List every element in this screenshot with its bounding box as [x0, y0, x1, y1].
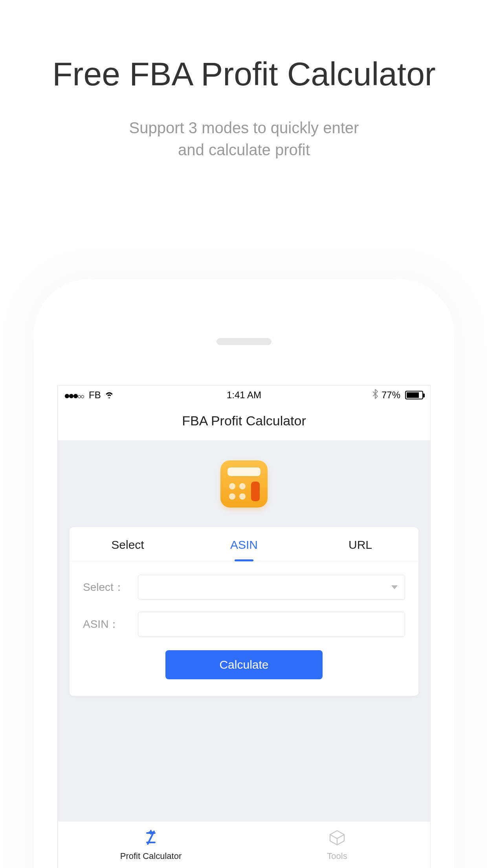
bottom-tab-bar: Profit Calculator Tools — [58, 821, 430, 868]
app-screen: FB 1:41 AM 77% FBA Profit Calculator — [57, 385, 431, 868]
status-time: 1:41 AM — [183, 390, 305, 401]
select-row: Select： — [83, 575, 405, 600]
hero-subtitle: Support 3 modes to quickly enter and cal… — [0, 117, 488, 161]
hero-subtitle-line1: Support 3 modes to quickly enter — [0, 117, 488, 139]
bluetooth-icon — [372, 389, 378, 401]
calculator-form: Select： ASIN： Calculate — [70, 561, 418, 696]
asin-row: ASIN： — [83, 612, 405, 637]
tools-icon — [328, 829, 346, 849]
hero-subtitle-line2: and calculate profit — [0, 139, 488, 161]
asin-label: ASIN： — [83, 617, 138, 632]
calculator-card: Select ASIN URL Select： ASIN： — [70, 527, 418, 696]
tab-asin[interactable]: ASIN — [186, 527, 302, 561]
phone-speaker — [216, 338, 272, 345]
battery-icon — [404, 391, 423, 399]
tab-tools-label: Tools — [327, 851, 347, 861]
calculate-button[interactable]: Calculate — [165, 650, 323, 679]
asin-input[interactable] — [145, 612, 398, 636]
tab-select[interactable]: Select — [70, 527, 186, 561]
select-dropdown[interactable] — [138, 575, 405, 600]
profit-calculator-icon — [142, 829, 160, 849]
tab-url[interactable]: URL — [302, 527, 418, 561]
status-bar: FB 1:41 AM 77% — [58, 386, 430, 405]
select-label: Select： — [83, 580, 138, 595]
tab-tools[interactable]: Tools — [244, 822, 430, 868]
hero: Free FBA Profit Calculator Support 3 mod… — [0, 0, 488, 161]
asin-input-wrap — [138, 612, 405, 637]
tab-profit-calculator[interactable]: Profit Calculator — [58, 822, 244, 868]
wifi-icon — [104, 390, 114, 401]
page-title: FBA Profit Calculator — [58, 405, 430, 441]
hero-title: Free FBA Profit Calculator — [0, 55, 488, 93]
signal-dots-icon — [65, 390, 84, 401]
tab-profit-label: Profit Calculator — [120, 851, 182, 861]
calculator-icon — [220, 460, 268, 508]
battery-percent: 77% — [382, 390, 400, 401]
main-content: Select ASIN URL Select： ASIN： — [58, 441, 430, 821]
status-left: FB — [65, 390, 183, 401]
carrier-label: FB — [89, 390, 101, 401]
chevron-down-icon — [391, 585, 398, 589]
mode-tabs: Select ASIN URL — [70, 527, 418, 561]
status-right: 77% — [305, 389, 423, 401]
phone-frame: FB 1:41 AM 77% FBA Profit Calculator — [34, 279, 454, 868]
